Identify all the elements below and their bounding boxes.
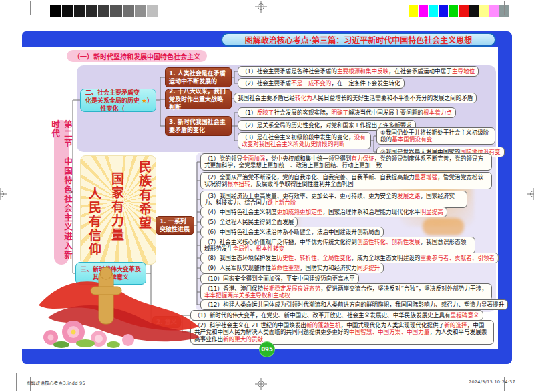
- branch-node-main-contradiction: 二、社会主要矛盾变化是关系全局的历史性变化（★）: [80, 89, 156, 112]
- decorative-artwork-flowers-ribbon: [35, 265, 203, 351]
- list-item: （3）我国经济迈上更高质量、更有效率、更加公平、更可持续、更为安全的发展之路，国…: [200, 191, 467, 208]
- subnode-18th-congress: 2. 十八大以来，我们党及时作出重大战略判断: [165, 89, 232, 109]
- list-item: 我国社会主要矛盾已经转化为人民日益增长的美好生活需要和不平衡不充分的发展之间的矛…: [234, 93, 477, 103]
- list-subitem: ①我国仍处于并将长期处于社会主义初级阶段的基本国情没有变: [376, 127, 495, 145]
- list-item: （12）构建人类命运共同体成为引领时代潮流和人类前进方向的鲜明旗帜，我国国际影响…: [200, 299, 508, 310]
- list-item: （1）党的领导全面加强，党中央权威和集中统一领导得到有力保证，党的领导制度体系不…: [200, 153, 492, 171]
- list-item: （10）国家安全得到全面加强，平安中国建设迈向更高水平: [200, 273, 359, 284]
- list-item: （3）是在社会主义初级阶段中发生的变化，没有改变对我国社会主义所处历史阶段的判断: [238, 132, 371, 149]
- subnode-breakthroughs: 1. 一系列突破性进展: [156, 216, 194, 235]
- calligraphy-column: 人民有信仰: [87, 187, 100, 257]
- list-item: （9）人民军队实现整体性革命性重塑，国防实力和经济实力同步提升: [200, 263, 384, 273]
- subnode-contradiction-change: 3. 新时代我国社会主要矛盾的变化: [165, 116, 232, 136]
- list-item: （2）社会主要矛盾不是一成不变的，在一定条件下会发生转化: [238, 78, 405, 89]
- list-item: （1）反映了社会发展的客观实际，明确了解决当代中国发展主要问题的根本着力点: [238, 107, 456, 118]
- calligraphy-column: 国家有力量: [110, 172, 123, 242]
- scanned-book-page: 图解政治核心考点3.indd 95 2024/5/13 10:24:37 图解政…: [0, 0, 534, 392]
- calligraphy-column: 民族有希望: [138, 160, 150, 230]
- list-item: （7）社会主义核心价值观广泛传播，中华优秀传统文化得到创造性转化、创新性发展，我…: [200, 237, 475, 254]
- list-item: （2）科学社会主义在 21 世纪的中国焕发出新的蓬勃生机，中国式现代化为人类实现…: [190, 320, 494, 345]
- list-item: （6）中国特色社会主义法治体系不断健全，法治中国建设开创新局面: [200, 227, 384, 237]
- list-item: （4）中国特色社会主义制度更加成熟更加定型，国家治理体系和治理能力现代化水平明显…: [200, 207, 447, 217]
- list-item: （1）社会主要矛盾是各种社会矛盾的主要根源和集中反映，在社会矛盾运动中居于主导地…: [238, 66, 479, 77]
- calligraphy-art-panel: 民族有希望 国家有力量 人民有信仰: [80, 155, 156, 265]
- list-item: （8）我国生态环境保护发生历史性、转折性、全局性变化，成为全球生态文明建设的重要…: [200, 253, 499, 263]
- list-item: （2）全面从严治党不断深化，党的自我净化、自我完善、自我革新、自我提高能力显著增…: [200, 172, 492, 189]
- page-number-badge: 095: [259, 341, 275, 357]
- list-item: （11）香港、澳门保持长期稳定发展良好态势，促进两岸交流合作，坚决反对“台独”，…: [200, 283, 492, 301]
- subnode-human-society: 1. 人类社会是在矛盾运动中不断发展的: [165, 67, 232, 87]
- list-item: （1）新时代的伟大变革，在党史、新中国史、改革开放史、社会主义发展史、中华民族发…: [190, 310, 483, 321]
- list-item: （5）全过程人民民主得到全面发展: [200, 217, 298, 227]
